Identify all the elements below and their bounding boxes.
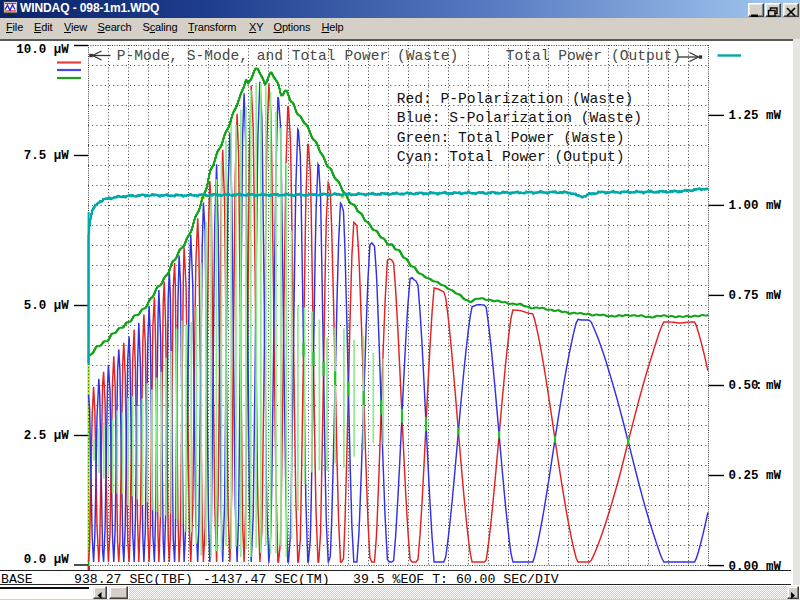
- svg-text:7.5 µW: 7.5 µW: [24, 149, 70, 163]
- svg-text:1.00 mW: 1.00 mW: [729, 199, 782, 213]
- svg-text:2.5 µW: 2.5 µW: [24, 429, 70, 443]
- svg-text:Total Power (Output): Total Power (Output): [506, 48, 681, 64]
- svg-text:P-Mode, S-Mode, and Total Powe: P-Mode, S-Mode, and Total Power (Waste): [117, 48, 459, 64]
- svg-text:5.0 µW: 5.0 µW: [24, 299, 70, 313]
- svg-text:Cyan: Total Power (Output): Cyan: Total Power (Output): [397, 149, 625, 165]
- svg-text:0.25 mW: 0.25 mW: [729, 469, 782, 483]
- svg-text:1.25 mW: 1.25 mW: [729, 109, 782, 123]
- svg-text:Green: Total Power (Waste): Green: Total Power (Waste): [397, 130, 625, 146]
- svg-text:0.75 mW: 0.75 mW: [729, 289, 782, 303]
- svg-text:Blue: S-Polarization (Waste): Blue: S-Polarization (Waste): [397, 110, 642, 126]
- svg-text:0.0 µW: 0.0 µW: [24, 553, 70, 567]
- svg-text::: :: [755, 379, 763, 393]
- svg-text:10.0 µW: 10.0 µW: [16, 43, 69, 57]
- svg-text:Red: P-Polarization (Waste): Red: P-Polarization (Waste): [397, 91, 633, 107]
